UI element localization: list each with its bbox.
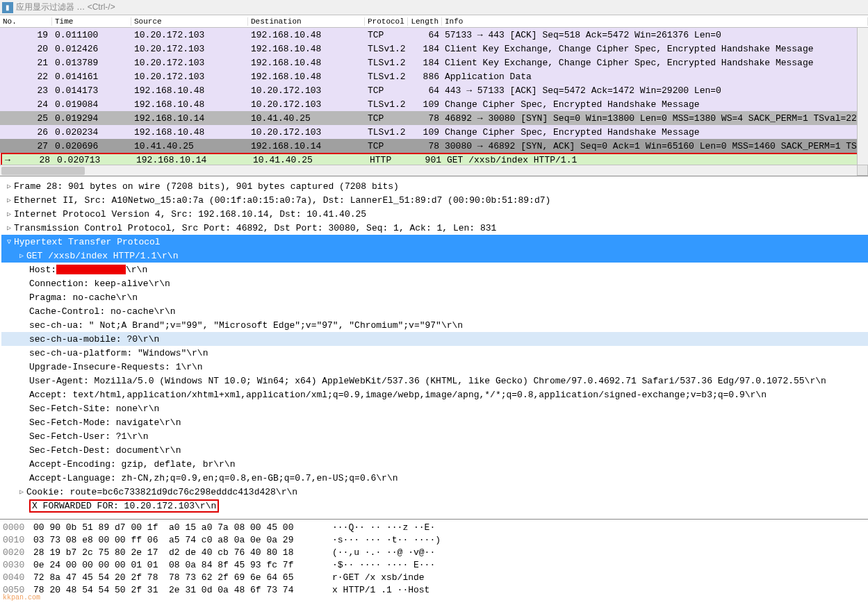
packet-bytes-pane[interactable]: 000000 90 0b 51 89 d7 00 1f a0 15 a0 7a … xyxy=(0,520,868,603)
packet-row[interactable]: 260.020234192.168.10.4810.20.172.103TLSv… xyxy=(0,125,868,139)
tree-ethernet[interactable]: ▷Ethernet II, Src: A10Netwo_15:a0:7a (00… xyxy=(1,193,868,207)
tree-http-user-agent[interactable]: User-Agent: Mozilla/5.0 (Windows NT 10.0… xyxy=(1,374,868,388)
hex-row[interactable]: 002028 19 b7 2c 75 80 2e 17 d2 de 40 cb … xyxy=(3,546,865,558)
tree-http-accept-language[interactable]: Accept-Language: zh-CN,zh;q=0.9,en;q=0.8… xyxy=(1,471,868,485)
scrollbar-corner xyxy=(857,165,868,176)
filter-placeholder: 应用显示过滤器 … <Ctrl-/> xyxy=(16,1,115,13)
hex-row[interactable]: 000000 90 0b 51 89 d7 00 1f a0 15 a0 7a … xyxy=(3,521,865,533)
col-header-protocol[interactable]: Protocol xyxy=(365,17,408,26)
tree-http-sec-fetch-mode[interactable]: Sec-Fetch-Mode: navigate\r\n xyxy=(1,415,868,429)
hex-row[interactable]: 00300e 24 00 00 00 00 01 01 08 0a 84 8f … xyxy=(3,558,865,571)
horizontal-scrollbar[interactable] xyxy=(0,165,857,176)
vertical-scrollbar[interactable] xyxy=(857,28,868,165)
expand-icon[interactable]: ▷ xyxy=(4,210,14,218)
tree-http-connection[interactable]: Connection: keep-alive\r\n xyxy=(1,276,868,290)
display-filter-bar[interactable]: ▮ 应用显示过滤器 … <Ctrl-/> xyxy=(0,0,868,15)
tree-http-sec-fetch-user[interactable]: Sec-Fetch-User: ?1\r\n xyxy=(1,429,868,443)
watermark: kkpan.com xyxy=(3,594,40,601)
tree-http-get[interactable]: ▷GET /xxsb/index HTTP/1.1\r\n xyxy=(1,249,868,263)
tree-http-accept[interactable]: Accept: text/html,application/xhtml+xml,… xyxy=(1,388,868,401)
col-header-source[interactable]: Source xyxy=(131,17,248,26)
tree-http-x-forwarded-for[interactable]: X FORWARDED FOR: 10.20.172.103\r\n xyxy=(1,499,868,513)
packet-rows: 190.01110010.20.172.103192.168.10.48TCP6… xyxy=(0,28,868,167)
expand-icon[interactable]: ▷ xyxy=(4,224,14,232)
bookmark-icon[interactable]: ▮ xyxy=(2,2,13,13)
tree-http-pragma[interactable]: Pragma: no-cache\r\n xyxy=(1,290,868,304)
col-header-no[interactable]: No. xyxy=(0,17,52,26)
packet-row[interactable]: 210.01378910.20.172.103192.168.10.48TLSv… xyxy=(0,56,868,69)
tree-http[interactable]: ▽Hypertext Transfer Protocol xyxy=(1,235,868,249)
packet-row[interactable]: 230.014173192.168.10.4810.20.172.103TCP6… xyxy=(0,83,868,97)
tree-http-cookie[interactable]: ▷Cookie: route=bc6c733821d9dc76c298edddc… xyxy=(1,485,868,499)
packet-row[interactable]: 250.019294192.168.10.1410.41.40.25TCP784… xyxy=(0,111,868,125)
tree-tcp[interactable]: ▷Transmission Control Protocol, Src Port… xyxy=(1,221,868,235)
expand-icon[interactable]: ▷ xyxy=(17,488,26,496)
tree-http-host[interactable]: Host:\r\n xyxy=(1,263,868,276)
tree-http-sec-fetch-dest[interactable]: Sec-Fetch-Dest: document\r\n xyxy=(1,443,868,457)
packet-details-pane: ▷Frame 28: 901 bytes on wire (7208 bits)… xyxy=(0,176,868,520)
collapse-icon[interactable]: ▽ xyxy=(4,238,14,246)
packet-row[interactable]: 240.019084192.168.10.4810.20.172.103TLSv… xyxy=(0,97,868,111)
packet-list-pane: No. Time Source Destination Protocol Len… xyxy=(0,15,868,176)
col-header-destination[interactable]: Destination xyxy=(248,17,365,26)
hex-row[interactable]: 004072 8a 47 45 54 20 2f 78 78 73 62 2f … xyxy=(3,571,865,583)
hex-row[interactable]: 005078 20 48 54 54 50 2f 31 2e 31 0d 0a … xyxy=(3,583,865,596)
col-header-time[interactable]: Time xyxy=(52,17,131,26)
tree-http-accept-encoding[interactable]: Accept-Encoding: gzip, deflate, br\r\n xyxy=(1,457,868,471)
packet-row[interactable]: 190.01110010.20.172.103192.168.10.48TCP6… xyxy=(0,28,868,42)
tree-http-sec-ch-ua-platform[interactable]: sec-ch-ua-platform: "Windows"\r\n xyxy=(1,346,868,360)
tree-http-sec-ch-ua-mobile[interactable]: sec-ch-ua-mobile: ?0\r\n xyxy=(1,332,868,346)
tree-http-upgrade-insecure[interactable]: Upgrade-Insecure-Requests: 1\r\n xyxy=(1,360,868,374)
expand-icon[interactable]: ▷ xyxy=(4,196,14,204)
packet-row[interactable]: 270.02069610.41.40.25192.168.10.14TCP783… xyxy=(0,139,868,153)
expand-icon[interactable]: ▷ xyxy=(4,182,14,190)
tree-http-cache-control[interactable]: Cache-Control: no-cache\r\n xyxy=(1,304,868,318)
hex-row[interactable]: 001003 73 08 e8 00 00 ff 06 a5 74 c0 a8 … xyxy=(3,533,865,546)
packet-row[interactable]: 200.01242610.20.172.103192.168.10.48TLSv… xyxy=(0,42,868,56)
tree-http-sec-fetch-site[interactable]: Sec-Fetch-Site: none\r\n xyxy=(1,401,868,415)
redacted-host xyxy=(56,265,126,274)
expand-icon[interactable]: ▷ xyxy=(17,251,26,260)
tree-http-sec-ch-ua[interactable]: sec-ch-ua: " Not;A Brand";v="99", "Micro… xyxy=(1,318,868,332)
packet-row[interactable]: 220.01416110.20.172.103192.168.10.48TLSv… xyxy=(0,69,868,83)
tree-ip[interactable]: ▷Internet Protocol Version 4, Src: 192.1… xyxy=(1,207,868,221)
packet-list-header[interactable]: No. Time Source Destination Protocol Len… xyxy=(0,15,868,28)
col-header-info[interactable]: Info xyxy=(442,17,868,26)
col-header-length[interactable]: Length xyxy=(408,17,442,26)
tree-frame[interactable]: ▷Frame 28: 901 bytes on wire (7208 bits)… xyxy=(1,179,868,193)
